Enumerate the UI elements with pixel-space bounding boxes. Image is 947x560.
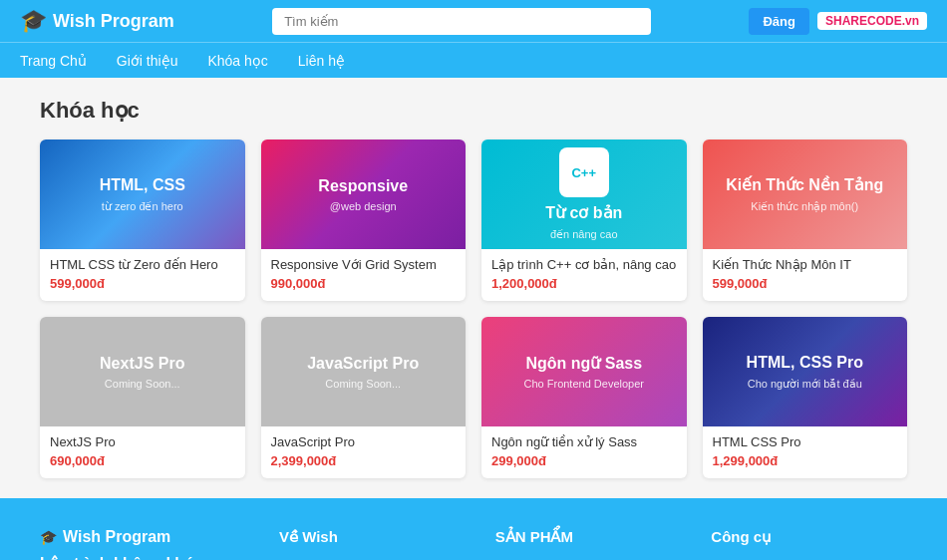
course-card-cpp[interactable]: C++ Từ cơ bản đến nâng cao Lập trình C++… [481,140,687,301]
footer-col-cong-cu-title: Công cụ [711,528,907,546]
course-thumb-title: Responsive [318,176,408,197]
course-info: JavaScript Pro 2,399,000đ [261,426,467,478]
course-thumb-sub: Kiến thức nhập môn() [726,200,883,213]
course-thumb-text: HTML, CSS từ zero đến hero [92,167,193,221]
course-price: 299,000đ [491,453,677,468]
course-thumb-text: HTML, CSS Pro Cho người mới bắt đầu [739,345,871,399]
course-thumb-title: Ngôn ngữ Sass [524,354,644,375]
course-card-nextjs[interactable]: NextJS Pro Coming Soon... NextJS Pro 690… [40,317,245,478]
course-card-kienthuc[interactable]: Kiến Thức Nền Tảng Kiến thức nhập môn() … [703,140,908,301]
course-thumb-text: Kiến Thức Nền Tảng Kiến thức nhập môn() [718,167,891,221]
footer-col-ve-wish-title: Về Wish [279,528,475,546]
course-card-responsive[interactable]: Responsive @web design Responsive Với Gr… [261,140,467,301]
course-thumbnail: C++ Từ cơ bản đến nâng cao [481,140,687,249]
course-thumb-sub: Coming Soon... [307,378,419,390]
course-thumb-text: NextJS Pro Coming Soon... [92,346,192,399]
footer-col-cong-cu: Công cụ Tạo CV xin việcRút gọn link liên… [711,528,907,560]
course-thumb-sub: từ zero đến hero [100,200,185,213]
course-name: Ngôn ngữ tiền xử lý Sass [491,434,677,449]
course-thumb-sub: @web design [318,200,408,212]
cpp-icon: C++ [559,147,609,197]
course-thumbnail: Kiến Thức Nền Tảng Kiến thức nhập môn() [703,140,908,249]
course-card-htmlcsspro[interactable]: HTML, CSS Pro Cho người mới bắt đầu HTML… [703,317,908,478]
course-name: Responsive Với Grid System [271,257,457,272]
course-thumb-text: JavaScript Pro Coming Soon... [299,346,427,399]
logo-icon: 🎓 [20,8,47,34]
course-thumbnail: Responsive @web design [261,140,467,249]
course-thumbnail: NextJS Pro Coming Soon... [40,317,245,426]
course-thumb-text: C++ Từ cơ bản đến nâng cao [537,140,630,249]
course-thumbnail: Ngôn ngữ Sass Cho Frontend Developer [481,317,687,426]
course-price: 690,000đ [50,453,235,468]
course-info: HTML CSS từ Zero đến Hero 599,000đ [40,249,245,301]
course-name: JavaScript Pro [271,434,457,449]
footer-grid: 🎓 Wish Program Lập trình không khó Về Wi… [40,528,907,560]
course-name: HTML CSS Pro [713,434,898,449]
course-name: Lập trình C++ cơ bản, nâng cao [491,257,677,272]
nav-item-contact[interactable]: Liên hệ [298,53,345,69]
course-info: HTML CSS Pro 1,299,000đ [703,426,908,478]
course-thumb-text: Ngôn ngữ Sass Cho Frontend Developer [516,346,652,399]
footer-col-san-pham-title: SẢN PHẨM [495,528,692,546]
course-thumb-sub: Cho người mới bắt đầu [747,378,863,391]
course-info: Ngôn ngữ tiền xử lý Sass 299,000đ [481,426,687,478]
footer-col-san-pham: SẢN PHẨM Game NesterGame CSS DinerGame C… [495,528,692,560]
course-card-javascript[interactable]: JavaScript Pro Coming Soon... JavaScript… [261,317,467,478]
main-content: Khóa học HTML, CSS từ zero đến hero HTML… [0,78,947,498]
nav: Trang Chủ Giới thiệu Khóa học Liên hệ [0,42,947,78]
footer-logo: 🎓 Wish Program [40,528,259,546]
course-name: Kiến Thức Nhập Môn IT [713,257,898,272]
footer-logo-text: Wish Program [63,528,170,546]
footer-brand: 🎓 Wish Program Lập trình không khó [40,528,259,560]
course-price: 990,000đ [271,276,457,291]
course-thumb-title: NextJS Pro [100,354,184,375]
course-price: 599,000đ [50,276,235,291]
course-thumbnail: JavaScript Pro Coming Soon... [261,317,467,426]
course-thumb-sub: Coming Soon... [100,378,184,390]
nav-item-about[interactable]: Giới thiệu [117,53,178,69]
header-right: Đăng SHARECODE.vn [749,8,927,35]
course-info: Kiến Thức Nhập Môn IT 599,000đ [703,249,908,301]
course-thumb-title: Từ cơ bản [545,203,622,224]
course-thumb-title: HTML, CSS Pro [747,353,863,374]
course-price: 599,000đ [713,276,898,291]
course-price: 2,399,000đ [271,453,457,468]
course-thumb-sub: đến nâng cao [545,228,622,241]
course-card-sass[interactable]: Ngôn ngữ Sass Cho Frontend Developer Ngô… [481,317,687,478]
course-thumb-title: JavaScript Pro [307,354,419,375]
footer-logo-icon: 🎓 [40,529,57,545]
course-info: Responsive Với Grid System 990,000đ [261,249,467,301]
course-card-html-css[interactable]: HTML, CSS từ zero đến hero HTML CSS từ Z… [40,140,245,301]
course-price: 1,299,000đ [713,453,898,468]
footer-col-ve-wish: Về Wish Giới thiệuLiên hệĐiều khoảnBảo m… [279,528,475,560]
header: 🎓 Wish Program Đăng SHARECODE.vn [0,0,947,42]
course-thumb-sub: Cho Frontend Developer [524,378,644,390]
section-title: Khóa học [40,98,907,124]
course-thumb-title: Kiến Thức Nền Tảng [726,175,883,196]
search-input[interactable] [272,8,651,35]
course-price: 1,200,000đ [491,276,677,291]
course-name: NextJS Pro [50,434,235,449]
logo-text: Wish Program [53,11,174,32]
login-button[interactable]: Đăng [749,8,809,35]
footer-tagline: Lập trình không khó [40,554,259,560]
course-info: NextJS Pro 690,000đ [40,426,245,478]
course-name: HTML CSS từ Zero đến Hero [50,257,235,272]
brand-logo: SHARECODE.vn [817,12,927,30]
courses-grid: HTML, CSS từ zero đến hero HTML CSS từ Z… [40,140,907,478]
course-thumb-text: Responsive @web design [310,168,416,221]
footer: 🎓 Wish Program Lập trình không khó Về Wi… [0,498,947,560]
nav-item-home[interactable]: Trang Chủ [20,53,87,69]
course-thumb-title: HTML, CSS [100,175,185,196]
logo[interactable]: 🎓 Wish Program [20,8,174,34]
course-thumbnail: HTML, CSS từ zero đến hero [40,140,245,249]
course-info: Lập trình C++ cơ bản, nâng cao 1,200,000… [481,249,687,301]
search-bar [272,8,651,35]
nav-item-courses[interactable]: Khóa học [207,53,267,69]
course-thumbnail: HTML, CSS Pro Cho người mới bắt đầu [703,317,908,426]
